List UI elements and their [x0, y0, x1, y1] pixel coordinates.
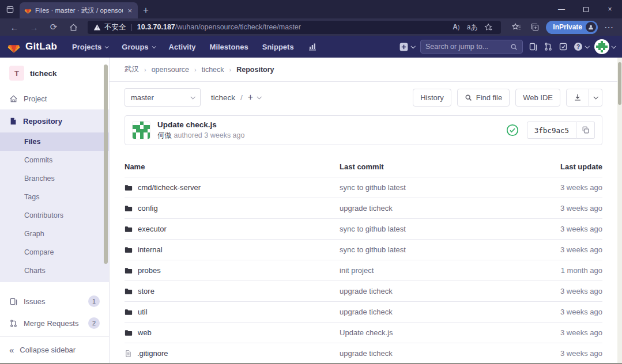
new-tab-button[interactable]: + [138, 2, 154, 18]
copy-sha-button[interactable] [576, 122, 595, 139]
browser-tab[interactable]: Files · master · 武汉 / opensourc × [20, 2, 138, 18]
download-button[interactable] [566, 89, 589, 107]
sidebar-item-graph[interactable]: Graph [0, 225, 109, 243]
file-name[interactable]: .gitignore [137, 349, 168, 358]
file-name[interactable]: util [138, 308, 148, 316]
table-row[interactable]: probes init project 1 month ago [125, 260, 602, 281]
sidebar-item-tags[interactable]: Tags [0, 188, 109, 206]
commit-title-link[interactable]: Update check.js [157, 120, 244, 130]
sidebar-item-contributors[interactable]: Contributors [0, 206, 109, 225]
commit-author-link[interactable]: 何傲 [157, 131, 172, 139]
table-row[interactable]: executor sync to github latest 3 weeks a… [125, 219, 602, 240]
branch-selector[interactable]: master [125, 88, 201, 107]
global-search[interactable] [420, 40, 523, 54]
url-text[interactable]: 10.3.70.187/wuhan/opensource/ticheck/tre… [137, 23, 445, 31]
nav-activity[interactable]: Activity [163, 36, 202, 58]
nav-snippets[interactable]: Snippets [257, 36, 300, 58]
todos-icon[interactable] [559, 42, 568, 51]
commit-message-link[interactable]: upgrade ticheck [340, 287, 393, 295]
file-name[interactable]: probes [138, 266, 161, 275]
page-scrollbar[interactable] [617, 58, 622, 363]
home-icon[interactable] [65, 20, 82, 35]
sidebar-item-issues[interactable]: Issues 1 [0, 290, 109, 312]
download-options-button[interactable] [589, 89, 602, 107]
tab-actions-icon[interactable] [0, 0, 20, 18]
sidebar-section-repository: Repository Files Commits Branches Tags C… [0, 109, 109, 282]
commit-message-link[interactable]: init project [340, 266, 374, 275]
commit-message-link[interactable]: upgrade ticheck [340, 349, 393, 358]
issues-icon[interactable] [529, 42, 538, 51]
window-maximize-button[interactable] [574, 0, 598, 18]
web-ide-button[interactable]: Web IDE [515, 89, 560, 107]
breadcrumb-project[interactable]: ticheck [202, 66, 224, 74]
sidebar-item-charts[interactable]: Charts [0, 261, 109, 280]
file-name[interactable]: config [138, 204, 158, 213]
commit-message-link[interactable]: sync to github latest [340, 225, 406, 233]
file-name[interactable]: cmd/ticheck-server [138, 183, 201, 192]
sidebar-item-merge-requests[interactable]: Merge Requests 2 [0, 312, 109, 334]
pipeline-status-passed-icon[interactable] [506, 124, 519, 136]
page-scrollbar-thumb[interactable] [618, 62, 621, 105]
security-warning[interactable]: 不安全 [93, 22, 126, 32]
translate-icon[interactable]: aあ [465, 21, 479, 33]
sidebar-item-project[interactable]: Project [0, 88, 109, 109]
file-name[interactable]: store [138, 287, 154, 295]
table-row[interactable]: util upgrade ticheck 3 weeks ago [125, 302, 602, 323]
table-row[interactable]: web Update check.js 3 weeks ago [125, 323, 602, 343]
table-row[interactable]: cmd/ticheck-server sync to github latest… [125, 177, 602, 198]
sidebar-item-files[interactable]: Files [0, 132, 109, 151]
file-name[interactable]: executor [138, 225, 167, 233]
favorites-bar-icon[interactable] [509, 20, 524, 35]
collapse-sidebar-button[interactable]: « Collapse sidebar [0, 336, 109, 363]
table-row[interactable]: store upgrade ticheck 3 weeks ago [125, 281, 602, 302]
add-favorite-star-icon[interactable] [481, 21, 495, 33]
file-name[interactable]: internal [138, 245, 163, 254]
breadcrumb-group[interactable]: 武汉 [125, 65, 139, 74]
user-menu[interactable] [594, 39, 615, 54]
forward-icon[interactable]: → [25, 20, 43, 35]
commit-message-link[interactable]: upgrade ticheck [340, 308, 393, 316]
refresh-icon[interactable]: ⟳ [45, 20, 62, 35]
gitlab-logo-icon[interactable] [7, 40, 21, 54]
charts-icon[interactable] [302, 36, 323, 58]
new-menu-button[interactable] [399, 42, 414, 52]
commit-message-link[interactable]: upgrade ticheck [340, 204, 393, 213]
back-icon[interactable]: ← [6, 20, 23, 35]
read-aloud-icon[interactable]: A) [449, 21, 463, 33]
history-button[interactable]: History [413, 89, 451, 107]
sidebar-item-repository[interactable]: Repository [0, 109, 109, 132]
sidebar-item-branches[interactable]: Branches [0, 169, 109, 188]
sidebar-scrollbar-thumb[interactable] [104, 65, 108, 264]
table-row[interactable]: config upgrade ticheck 3 weeks ago [125, 198, 602, 219]
tab-close-icon[interactable]: × [126, 6, 133, 15]
repo-root-link[interactable]: ticheck [211, 93, 235, 102]
sidebar-item-commits[interactable]: Commits [0, 151, 109, 169]
merge-requests-icon[interactable] [544, 42, 553, 51]
help-menu[interactable]: ? [574, 42, 589, 51]
window-close-button[interactable]: × [598, 0, 622, 18]
table-row[interactable]: .gitignore upgrade ticheck 3 weeks ago [125, 343, 602, 363]
collections-icon[interactable] [527, 20, 542, 35]
commit-message-link[interactable]: sync to github latest [340, 183, 406, 192]
sidebar-item-compare[interactable]: Compare [0, 243, 109, 261]
nav-milestones[interactable]: Milestones [204, 36, 254, 58]
breadcrumb-subgroup[interactable]: opensource [152, 66, 189, 74]
address-bar[interactable]: 不安全 | 10.3.70.187/wuhan/opensource/tiche… [88, 21, 501, 34]
nav-projects[interactable]: Projects [66, 36, 114, 58]
window-minimize-button[interactable]: — [549, 0, 574, 18]
commit-sha[interactable]: 3fbc9ac5 [527, 122, 576, 139]
nav-groups[interactable]: Groups [116, 36, 160, 58]
inprivate-label: InPrivate [553, 23, 582, 31]
gitlab-brand[interactable]: GitLab [25, 41, 57, 52]
inprivate-badge[interactable]: InPrivate [546, 21, 598, 34]
commit-message-link[interactable]: sync to github latest [340, 245, 406, 254]
find-file-button[interactable]: Find file [457, 89, 510, 107]
file-name[interactable]: web [138, 328, 152, 337]
project-header[interactable]: T ticheck [0, 58, 109, 88]
add-file-button[interactable]: + [248, 92, 261, 103]
search-input[interactable] [425, 43, 510, 51]
commit-author-avatar[interactable] [132, 121, 150, 139]
commit-message-link[interactable]: Update check.js [340, 328, 393, 337]
browser-menu-icon[interactable]: ⋯ [601, 20, 616, 35]
table-row[interactable]: internal sync to github latest 3 weeks a… [125, 240, 602, 260]
